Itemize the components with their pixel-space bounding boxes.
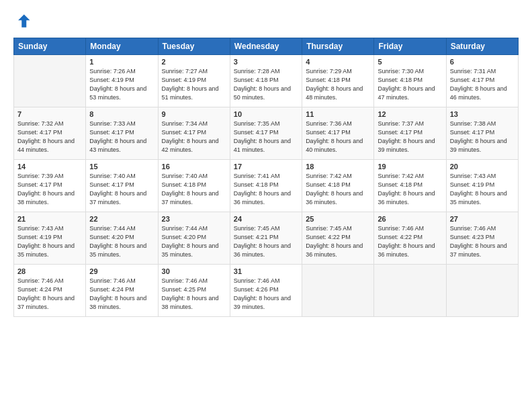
day-number: 23 — [162, 215, 226, 223]
day-number: 19 — [378, 163, 442, 171]
day-number: 1 — [89, 58, 154, 66]
calendar-cell: 29 Sunrise: 7:46 AMSunset: 4:24 PMDaylig… — [86, 265, 158, 317]
calendar-cell — [374, 265, 446, 317]
calendar-cell: 23 Sunrise: 7:44 AMSunset: 4:20 PMDaylig… — [158, 212, 230, 265]
day-info: Sunrise: 7:34 AMSunset: 4:17 PMDaylight:… — [162, 120, 226, 154]
day-info: Sunrise: 7:40 AMSunset: 4:18 PMDaylight:… — [162, 172, 226, 207]
calendar-cell: 31 Sunrise: 7:46 AMSunset: 4:26 PMDaylig… — [230, 265, 302, 317]
calendar-cell: 2 Sunrise: 7:27 AMSunset: 4:19 PMDayligh… — [158, 55, 230, 107]
calendar: SundayMondayTuesdayWednesdayThursdayFrid… — [13, 38, 519, 317]
day-info: Sunrise: 7:45 AMSunset: 4:21 PMDaylight:… — [234, 224, 298, 259]
day-number: 2 — [162, 58, 226, 66]
day-number: 5 — [378, 58, 442, 66]
calendar-cell: 12 Sunrise: 7:37 AMSunset: 4:17 PMDaylig… — [374, 107, 446, 160]
week-row-5: 28 Sunrise: 7:46 AMSunset: 4:24 PMDaylig… — [14, 265, 519, 317]
day-info: Sunrise: 7:46 AMSunset: 4:23 PMDaylight:… — [450, 224, 515, 259]
day-number: 16 — [162, 163, 226, 171]
day-info: Sunrise: 7:45 AMSunset: 4:22 PMDaylight:… — [306, 224, 370, 259]
calendar-cell: 28 Sunrise: 7:46 AMSunset: 4:24 PMDaylig… — [14, 265, 86, 317]
day-info: Sunrise: 7:42 AMSunset: 4:18 PMDaylight:… — [378, 172, 442, 207]
calendar-cell: 17 Sunrise: 7:41 AMSunset: 4:18 PMDaylig… — [230, 160, 302, 212]
day-number: 8 — [89, 110, 154, 118]
day-info: Sunrise: 7:39 AMSunset: 4:17 PMDaylight:… — [17, 172, 82, 207]
day-info: Sunrise: 7:29 AMSunset: 4:18 PMDaylight:… — [306, 67, 370, 102]
day-info: Sunrise: 7:46 AMSunset: 4:26 PMDaylight:… — [234, 277, 298, 312]
logo — [13, 12, 35, 31]
day-info: Sunrise: 7:46 AMSunset: 4:24 PMDaylight:… — [89, 277, 154, 312]
week-row-1: 1 Sunrise: 7:26 AMSunset: 4:19 PMDayligh… — [14, 55, 519, 107]
calendar-cell: 30 Sunrise: 7:46 AMSunset: 4:25 PMDaylig… — [158, 265, 230, 317]
day-number: 6 — [450, 58, 515, 66]
calendar-cell: 19 Sunrise: 7:42 AMSunset: 4:18 PMDaylig… — [374, 160, 446, 212]
weekday-header-thursday: Thursday — [302, 38, 374, 55]
day-info: Sunrise: 7:33 AMSunset: 4:17 PMDaylight:… — [89, 120, 154, 154]
weekday-header-sunday: Sunday — [14, 38, 86, 55]
day-info: Sunrise: 7:36 AMSunset: 4:17 PMDaylight:… — [306, 120, 370, 154]
day-number: 24 — [234, 215, 298, 223]
day-number: 9 — [162, 110, 226, 118]
calendar-cell: 20 Sunrise: 7:43 AMSunset: 4:19 PMDaylig… — [446, 160, 518, 212]
calendar-cell — [302, 265, 374, 317]
day-number: 29 — [89, 267, 154, 275]
calendar-cell: 16 Sunrise: 7:40 AMSunset: 4:18 PMDaylig… — [158, 160, 230, 212]
calendar-cell — [446, 265, 518, 317]
weekday-header-tuesday: Tuesday — [158, 38, 230, 55]
day-number: 27 — [450, 215, 515, 223]
day-number: 12 — [378, 110, 442, 118]
calendar-cell — [14, 55, 86, 107]
day-number: 18 — [306, 163, 370, 171]
calendar-cell: 1 Sunrise: 7:26 AMSunset: 4:19 PMDayligh… — [86, 55, 158, 107]
day-info: Sunrise: 7:44 AMSunset: 4:20 PMDaylight:… — [162, 224, 226, 259]
day-number: 15 — [89, 163, 154, 171]
calendar-cell: 15 Sunrise: 7:40 AMSunset: 4:17 PMDaylig… — [86, 160, 158, 212]
day-info: Sunrise: 7:46 AMSunset: 4:24 PMDaylight:… — [17, 277, 82, 312]
weekday-header-saturday: Saturday — [446, 38, 518, 55]
calendar-cell: 24 Sunrise: 7:45 AMSunset: 4:21 PMDaylig… — [230, 212, 302, 265]
day-info: Sunrise: 7:40 AMSunset: 4:17 PMDaylight:… — [89, 172, 154, 207]
weekday-header-monday: Monday — [86, 38, 158, 55]
day-number: 31 — [234, 267, 298, 275]
day-info: Sunrise: 7:38 AMSunset: 4:17 PMDaylight:… — [450, 120, 515, 154]
day-info: Sunrise: 7:26 AMSunset: 4:19 PMDaylight:… — [89, 67, 154, 102]
day-info: Sunrise: 7:46 AMSunset: 4:22 PMDaylight:… — [378, 224, 442, 259]
calendar-cell: 26 Sunrise: 7:46 AMSunset: 4:22 PMDaylig… — [374, 212, 446, 265]
calendar-cell: 27 Sunrise: 7:46 AMSunset: 4:23 PMDaylig… — [446, 212, 518, 265]
day-info: Sunrise: 7:37 AMSunset: 4:17 PMDaylight:… — [378, 120, 442, 154]
day-info: Sunrise: 7:27 AMSunset: 4:19 PMDaylight:… — [162, 67, 226, 102]
calendar-cell: 5 Sunrise: 7:30 AMSunset: 4:18 PMDayligh… — [374, 55, 446, 107]
day-info: Sunrise: 7:41 AMSunset: 4:18 PMDaylight:… — [234, 172, 298, 207]
calendar-cell: 8 Sunrise: 7:33 AMSunset: 4:17 PMDayligh… — [86, 107, 158, 160]
day-info: Sunrise: 7:43 AMSunset: 4:19 PMDaylight:… — [17, 224, 82, 259]
day-number: 10 — [234, 110, 298, 118]
week-row-3: 14 Sunrise: 7:39 AMSunset: 4:17 PMDaylig… — [14, 160, 519, 212]
page: SundayMondayTuesdayWednesdayThursdayFrid… — [0, 0, 532, 411]
calendar-cell: 13 Sunrise: 7:38 AMSunset: 4:17 PMDaylig… — [446, 107, 518, 160]
day-info: Sunrise: 7:28 AMSunset: 4:18 PMDaylight:… — [234, 67, 298, 102]
calendar-cell: 25 Sunrise: 7:45 AMSunset: 4:22 PMDaylig… — [302, 212, 374, 265]
day-info: Sunrise: 7:32 AMSunset: 4:17 PMDaylight:… — [17, 120, 82, 154]
calendar-cell: 10 Sunrise: 7:35 AMSunset: 4:17 PMDaylig… — [230, 107, 302, 160]
svg-marker-0 — [18, 15, 30, 28]
day-number: 4 — [306, 58, 370, 66]
calendar-cell: 11 Sunrise: 7:36 AMSunset: 4:17 PMDaylig… — [302, 107, 374, 160]
day-number: 11 — [306, 110, 370, 118]
week-row-4: 21 Sunrise: 7:43 AMSunset: 4:19 PMDaylig… — [14, 212, 519, 265]
calendar-cell: 21 Sunrise: 7:43 AMSunset: 4:19 PMDaylig… — [14, 212, 86, 265]
day-number: 3 — [234, 58, 298, 66]
calendar-cell: 22 Sunrise: 7:44 AMSunset: 4:20 PMDaylig… — [86, 212, 158, 265]
day-number: 30 — [162, 267, 226, 275]
calendar-cell: 3 Sunrise: 7:28 AMSunset: 4:18 PMDayligh… — [230, 55, 302, 107]
weekday-header-row: SundayMondayTuesdayWednesdayThursdayFrid… — [14, 38, 519, 55]
calendar-cell: 6 Sunrise: 7:31 AMSunset: 4:17 PMDayligh… — [446, 55, 518, 107]
day-info: Sunrise: 7:30 AMSunset: 4:18 PMDaylight:… — [378, 67, 442, 102]
logo-icon — [13, 12, 32, 31]
day-info: Sunrise: 7:44 AMSunset: 4:20 PMDaylight:… — [89, 224, 154, 259]
day-info: Sunrise: 7:42 AMSunset: 4:18 PMDaylight:… — [306, 172, 370, 207]
day-number: 28 — [17, 267, 82, 275]
calendar-cell: 18 Sunrise: 7:42 AMSunset: 4:18 PMDaylig… — [302, 160, 374, 212]
day-number: 22 — [89, 215, 154, 223]
weekday-header-wednesday: Wednesday — [230, 38, 302, 55]
day-number: 25 — [306, 215, 370, 223]
calendar-cell: 7 Sunrise: 7:32 AMSunset: 4:17 PMDayligh… — [14, 107, 86, 160]
day-number: 20 — [450, 163, 515, 171]
